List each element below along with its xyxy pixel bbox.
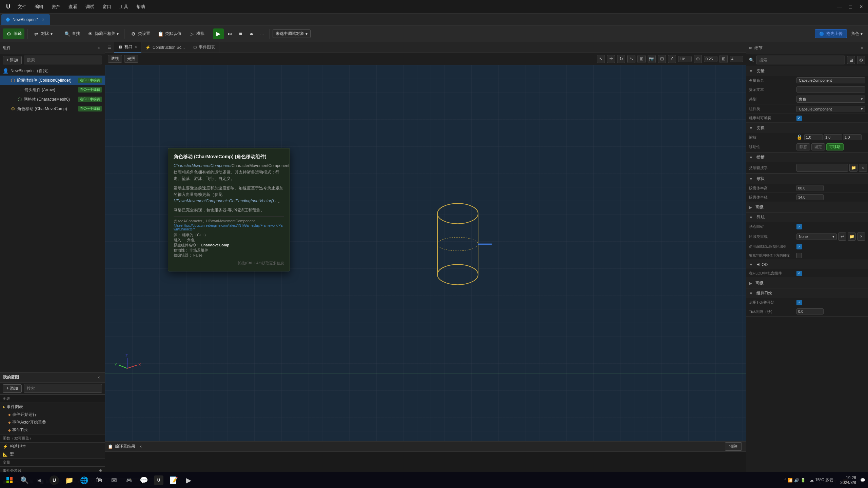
comp-item-capsule[interactable]: ⬡ 胶囊体组件 (CollisionCylinder) 在C++中编辑: [0, 76, 105, 85]
taskbar-ue-icon[interactable]: U: [47, 473, 61, 487]
navigation-section-header[interactable]: ▼ 导航: [746, 212, 868, 222]
taskbar-search-button[interactable]: 🔍: [18, 473, 31, 487]
taskbar-store-icon[interactable]: 🛍: [92, 473, 106, 487]
taskbar-steam-icon[interactable]: 🎮: [122, 473, 136, 487]
taskbar-start-button[interactable]: [3, 473, 16, 487]
component-tick-section-header[interactable]: ▼ 组件Tick: [746, 288, 868, 298]
tick-interval-input[interactable]: [796, 308, 824, 314]
taskbar-chat-icon[interactable]: 💬: [137, 473, 151, 487]
tray-chevron[interactable]: ^: [784, 478, 786, 483]
category-dropdown-btn[interactable]: 角色 ▾: [796, 96, 865, 103]
fill-below-checkbox[interactable]: [796, 253, 802, 258]
event-graph-item[interactable]: ▶ 事件图表: [0, 403, 105, 411]
movable-button[interactable]: 可移动: [826, 143, 844, 150]
select-tool-icon[interactable]: ↖: [597, 55, 605, 63]
class-settings-button[interactable]: ⚙ 类设置: [127, 28, 153, 39]
dynamic-obstacle-checkbox[interactable]: ✓: [796, 224, 802, 229]
viewport-canvas[interactable]: X Y Z 角色移动 (CharMoveComp) (角色移动组件) Chara…: [105, 65, 746, 441]
move-tool-icon[interactable]: ✛: [607, 55, 615, 63]
comp-item-newblueprint[interactable]: 👤 NewBlueprint（自我）: [0, 66, 105, 76]
viewport-tab-close[interactable]: ×: [135, 45, 137, 49]
fov-input[interactable]: [730, 56, 743, 62]
tray-network[interactable]: 📶: [788, 478, 793, 483]
clear-button[interactable]: 清除: [725, 442, 742, 451]
scale-z-input[interactable]: [843, 134, 862, 140]
camera-icon[interactable]: 📷: [648, 55, 656, 63]
components-panel-close[interactable]: ×: [95, 45, 102, 52]
compile-button[interactable]: ⚙ 编译: [3, 28, 24, 39]
my-blueprint-close[interactable]: ×: [95, 374, 102, 381]
advanced-section-header[interactable]: ▶ 高级: [746, 202, 868, 212]
taskbar-folder-icon[interactable]: 📁: [62, 473, 76, 487]
tooltip-text-field[interactable]: [796, 86, 865, 93]
variables-section-header[interactable]: ▼ 变量: [746, 66, 868, 76]
stop-button[interactable]: ⏹: [236, 28, 245, 39]
tab-event-graph[interactable]: ⬡ 事件图表: [189, 42, 219, 53]
comp-item-charmove[interactable]: ⚙ 角色移动 (CharMoveComp) 在C++中编辑: [0, 104, 105, 114]
comp-item-mesh[interactable]: ⬡ 网格体 (CharacterMesh0) 在C++中编辑: [0, 95, 105, 104]
half-height-input[interactable]: [796, 185, 824, 191]
variable-name-field[interactable]: [796, 77, 865, 83]
area-class-dropdown[interactable]: None ▾: [796, 233, 837, 240]
scale-y-input[interactable]: [824, 134, 842, 140]
hide-unrelated-button[interactable]: 👁 隐藏不相关 ▾: [84, 28, 121, 39]
socket-clear-button[interactable]: ×: [859, 164, 867, 172]
tray-battery[interactable]: 🔋: [801, 478, 806, 483]
menu-window[interactable]: 窗口: [101, 2, 113, 11]
maximize-button[interactable]: □: [846, 3, 854, 11]
inherited-editable-checkbox-btn[interactable]: ✓: [796, 116, 802, 121]
components-search-input[interactable]: [24, 56, 102, 64]
scale-x-input[interactable]: [804, 134, 823, 140]
perspective-button[interactable]: 透视: [108, 55, 122, 63]
tab-close-button[interactable]: ×: [40, 17, 46, 22]
stationary-button[interactable]: 固定: [811, 143, 825, 150]
tab-viewport[interactable]: 🖥 视口 ×: [114, 42, 141, 53]
minimize-button[interactable]: —: [835, 3, 844, 11]
eject-button[interactable]: ⏏: [247, 28, 256, 39]
compiler-results-close[interactable]: ×: [138, 444, 143, 449]
class-defaults-button[interactable]: 📋 类默认值: [154, 28, 184, 39]
role-selector[interactable]: 角色 ▾: [848, 31, 865, 37]
socket-section-header[interactable]: ▼ 插槽: [746, 152, 868, 162]
details-panel-close[interactable]: ×: [859, 45, 865, 52]
scale-tool-icon[interactable]: ⤡: [627, 55, 635, 63]
tray-notification[interactable]: 💬: [860, 478, 865, 483]
tab-newblueprint[interactable]: 🔷 NewBlueprint* ×: [1, 14, 50, 25]
tab-construction-script[interactable]: ⚡ Construction Sc...: [141, 42, 189, 53]
angle-input[interactable]: [678, 56, 692, 62]
radius-input[interactable]: [796, 194, 824, 200]
angle-icon[interactable]: ∠: [668, 55, 676, 63]
fullscreen-icon[interactable]: ⊞: [719, 55, 728, 63]
comp-item-arrow[interactable]: → 箭头组件 (Arrow) 在C++中编辑: [0, 85, 105, 95]
transform-tool-icon[interactable]: ⊞: [637, 55, 646, 63]
taskbar-browser-icon[interactable]: 🌐: [77, 473, 91, 487]
menu-debug[interactable]: 调试: [84, 2, 96, 11]
taskbar-note-icon[interactable]: 📝: [167, 473, 180, 487]
static-button[interactable]: 静态: [796, 143, 810, 150]
play-button[interactable]: ▶: [213, 28, 224, 39]
taskbar-ue-app-icon[interactable]: U: [152, 473, 165, 487]
tray-sound[interactable]: 🔊: [794, 478, 799, 483]
snap-input[interactable]: [704, 56, 717, 62]
construction-script-item[interactable]: ⚡ 构造脚本: [0, 443, 105, 450]
shape-section-header[interactable]: ▼ 形状: [746, 174, 868, 184]
menu-file[interactable]: 文件: [16, 2, 28, 11]
details-search-input[interactable]: [756, 56, 845, 64]
taskbar-widgets-button[interactable]: ⊞: [33, 473, 46, 487]
taskbar-media-icon[interactable]: ▶: [182, 473, 195, 487]
menu-asset[interactable]: 资产: [50, 2, 62, 11]
details-settings[interactable]: ⚙: [857, 56, 865, 64]
debug-selector[interactable]: 未选中调试对象 ▾: [273, 29, 311, 38]
diff-button[interactable]: ⇄ 对比 ▾: [30, 28, 55, 39]
component-class-dropdown-btn[interactable]: CapsuleComponent ▾: [796, 106, 865, 112]
my-blueprint-search-input[interactable]: [24, 384, 102, 393]
macro-item[interactable]: 📐 宏: [0, 450, 105, 458]
rotate-tool-icon[interactable]: ↻: [617, 55, 625, 63]
close-button[interactable]: ×: [857, 3, 865, 11]
details-view-options[interactable]: ⊞: [847, 56, 855, 64]
event-actor-overlap[interactable]: ◆ 事件Actor开始重叠: [0, 419, 105, 426]
hlod-include-checkbox[interactable]: ✓: [796, 271, 802, 276]
area-class-btn3[interactable]: ×: [857, 232, 865, 241]
menu-help[interactable]: 帮助: [135, 2, 146, 11]
taskbar-clock[interactable]: 19:26 2024/3/8: [837, 475, 859, 485]
